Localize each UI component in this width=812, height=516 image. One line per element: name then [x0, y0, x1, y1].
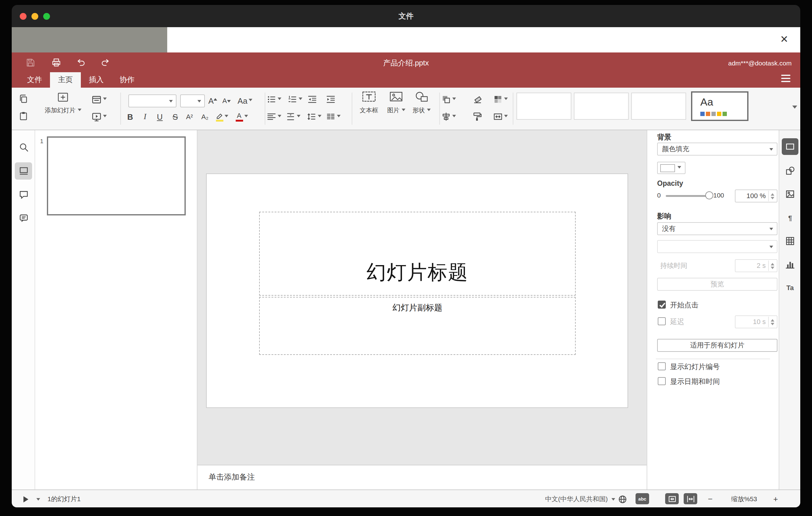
bullet-list-button[interactable] [266, 93, 281, 106]
decrease-font-size-button[interactable]: A [219, 94, 234, 107]
fill-type-select[interactable]: 颜色填充 [657, 143, 778, 155]
delay-label[interactable]: 延迟 [670, 317, 684, 326]
spinner-arrows[interactable] [768, 317, 776, 327]
view-settings-button[interactable] [781, 73, 790, 84]
line-spacing-button[interactable] [306, 111, 321, 123]
paragraph-settings-tab[interactable]: ¶ [782, 209, 799, 226]
shape-settings-tab[interactable] [782, 162, 799, 179]
notes-area[interactable]: 单击添加备注 [198, 465, 647, 489]
sidebar-slides-button[interactable] [15, 162, 32, 180]
fit-to-slide-button[interactable] [665, 493, 679, 504]
table-settings-tab[interactable] [782, 233, 799, 249]
effect-select[interactable]: 没有 [657, 222, 778, 235]
strikeout-button[interactable]: S [170, 111, 181, 122]
image-label: 图片 [387, 106, 400, 115]
spinner-arrows[interactable] [768, 260, 776, 271]
show-date-time-checkbox[interactable] [658, 377, 666, 385]
change-case-button[interactable]: Aa [235, 94, 255, 107]
start-slideshow-status-button[interactable] [19, 493, 34, 505]
start-on-click-label[interactable]: 开始点击 [670, 300, 698, 310]
delay-input[interactable]: 10 s [735, 315, 778, 328]
decrease-indent-button[interactable] [307, 93, 318, 106]
tab-file[interactable]: 文件 [19, 72, 50, 88]
zoom-out-button[interactable]: − [704, 490, 716, 508]
sidebar-feedback-button[interactable] [15, 209, 32, 227]
add-slide-button[interactable]: 添加幻灯片 [42, 91, 83, 115]
vertical-align-button[interactable] [285, 111, 300, 123]
textart-settings-tab[interactable]: Ta [782, 279, 799, 296]
sidebar-comments-button[interactable] [15, 186, 32, 203]
tab-collaboration[interactable]: 协作 [112, 72, 143, 88]
change-layout-button[interactable] [89, 93, 108, 106]
fit-to-width-button[interactable] [684, 493, 697, 504]
columns-button[interactable] [325, 111, 341, 123]
highlight-color-button[interactable] [214, 110, 230, 123]
spinner-arrows[interactable] [768, 191, 776, 201]
slide[interactable]: 幻灯片标题 幻灯片副标题 [206, 173, 628, 408]
tab-home[interactable]: 主页 [50, 72, 81, 88]
increase-font-size-button[interactable]: A [205, 94, 220, 107]
copy-button[interactable] [18, 93, 29, 104]
font-color-button[interactable]: A [234, 110, 249, 123]
start-on-click-checkbox[interactable] [658, 300, 666, 309]
show-slide-number-checkbox[interactable] [658, 362, 666, 370]
title-placeholder[interactable]: 幻灯片标题 [259, 212, 576, 296]
insert-shape-button[interactable]: 形状 [407, 90, 436, 115]
theme-thumbnail-selected[interactable]: Aa [691, 91, 749, 121]
spell-check-button[interactable]: abc [636, 493, 649, 504]
numbered-list-button[interactable] [287, 93, 302, 106]
font-size-select[interactable] [180, 94, 205, 107]
zoom-in-button[interactable]: + [770, 490, 782, 508]
subtitle-placeholder[interactable]: 幻灯片副标题 [259, 297, 576, 355]
show-slide-number-label[interactable]: 显示幻灯片编号 [670, 362, 720, 372]
chevron-down-icon[interactable] [36, 498, 40, 503]
align-shape-button[interactable] [440, 110, 457, 123]
superscript-button[interactable]: A² [183, 111, 196, 122]
document-title: 产品介绍.pptx [12, 58, 800, 68]
preview-button[interactable]: 预览 [657, 278, 778, 291]
copy-style-button[interactable] [471, 110, 483, 123]
slide-settings-icon [785, 141, 795, 152]
color-scheme-button[interactable] [492, 93, 509, 106]
background-color-select[interactable] [657, 162, 686, 174]
theme-thumbnail-3[interactable] [631, 93, 686, 120]
textbox-icon [361, 90, 376, 104]
paste-button[interactable] [18, 111, 29, 122]
effect-type-select[interactable] [657, 240, 778, 253]
document-language-button[interactable]: 中文(中华人民共和国) [518, 490, 608, 508]
font-name-select[interactable] [128, 94, 176, 107]
increase-indent-button[interactable] [325, 93, 336, 106]
underline-button[interactable]: U [154, 111, 165, 122]
opacity-slider-track[interactable] [666, 195, 709, 197]
subscript-button[interactable]: A₂ [198, 111, 212, 122]
show-date-time-label[interactable]: 显示日期和时间 [670, 377, 720, 386]
arrange-shape-button[interactable] [440, 93, 457, 106]
chart-settings-tab[interactable] [782, 256, 799, 273]
duration-input[interactable]: 2 s [735, 259, 778, 272]
home-toolbar: 添加幻灯片 A A Aa B I U S A² A₂ [12, 88, 800, 130]
insert-image-button[interactable]: 图片 [382, 90, 410, 115]
opacity-slider-knob[interactable] [705, 191, 713, 199]
dialog-close-button[interactable]: ✕ [777, 32, 792, 47]
editing-canvas[interactable]: 幻灯片标题 幻灯片副标题 [198, 130, 647, 465]
theme-thumbnail-2[interactable] [574, 93, 629, 120]
italic-button[interactable]: I [140, 111, 150, 122]
image-settings-tab[interactable] [782, 186, 799, 202]
start-slideshow-button[interactable] [89, 110, 108, 123]
slide-thumbnail[interactable] [47, 136, 186, 216]
bold-button[interactable]: B [125, 111, 136, 122]
clear-style-button[interactable] [471, 93, 484, 106]
tab-insert[interactable]: 插入 [81, 72, 112, 88]
insert-textbox-button[interactable]: 文本框 [355, 90, 383, 115]
theme-thumbnail-1[interactable] [517, 93, 571, 120]
theme-gallery-more-button[interactable] [788, 101, 802, 115]
delay-checkbox[interactable] [658, 317, 666, 325]
background-page-remnant [12, 27, 167, 53]
set-language-button[interactable] [617, 494, 628, 504]
sidebar-search-button[interactable] [15, 138, 32, 155]
apply-to-all-slides-button[interactable]: 适用于所有幻灯片 [657, 339, 778, 352]
slide-size-button[interactable] [492, 110, 509, 123]
horizontal-align-button[interactable] [266, 111, 281, 123]
opacity-input[interactable]: 100 % [735, 190, 778, 202]
slide-settings-tab[interactable] [782, 138, 799, 155]
